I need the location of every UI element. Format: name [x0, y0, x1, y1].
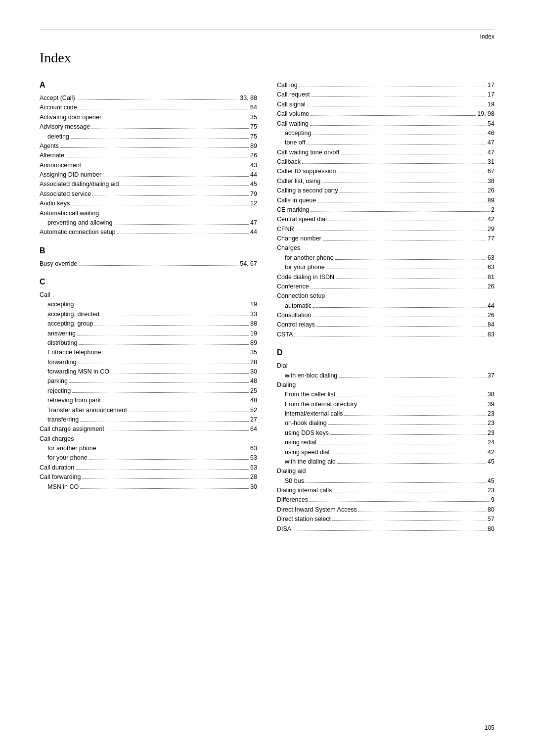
entry-page: 28 [250, 358, 257, 367]
index-entry: Charges [277, 243, 494, 253]
entry-page: 42 [488, 448, 494, 457]
index-entry: for your phone63 [40, 453, 257, 463]
entry-label: Charges [277, 243, 300, 253]
entry-page: 30 [250, 367, 257, 377]
entry-page: 45 [250, 180, 257, 189]
entry-label: Conference [277, 282, 309, 291]
index-entry: distributing89 [40, 338, 257, 348]
index-entry: Audio keys12 [40, 199, 257, 208]
index-entry: automatic44 [277, 301, 494, 311]
entry-label: Caller list, using [277, 177, 320, 186]
entry-page: 17 [488, 81, 494, 90]
entry-page: 63 [488, 253, 494, 263]
entry-label: Dialing [277, 380, 296, 390]
entry-page: 46 [488, 129, 494, 138]
index-entry: accepting, directed33 [40, 310, 257, 319]
entry-dots [341, 154, 486, 154]
entry-label: Call charge assignment [40, 425, 104, 434]
entry-dots [339, 377, 486, 378]
index-entry: accepting, group88 [40, 319, 257, 329]
entry-dots [340, 192, 486, 192]
entry-page: 23 [488, 486, 494, 495]
entry-label: Entrance telephone [40, 348, 101, 357]
entry-dots [78, 364, 249, 364]
index-entry: Call waiting54 [277, 119, 494, 129]
entry-label: Alternate [40, 151, 64, 160]
index-entry: Caller list, using38 [277, 177, 494, 186]
entry-page: 38 [488, 177, 494, 186]
entry-dots [98, 450, 249, 450]
index-entry: retrieving from park48 [40, 396, 257, 405]
page-number: 105 [485, 724, 494, 731]
index-entry: Direct station select57 [277, 515, 494, 524]
entry-label: CFNR [277, 225, 294, 234]
entry-page: 26 [488, 311, 494, 320]
entry-dots [316, 326, 486, 327]
index-entry: Calling a second party26 [277, 186, 494, 195]
index-entry: accepting19 [40, 300, 257, 309]
index-entry: for another phone63 [277, 253, 494, 263]
index-entry: Entrance telephone35 [40, 348, 257, 357]
index-entry: Callback31 [277, 157, 494, 167]
index-entry: Call request17 [277, 90, 494, 99]
entry-dots [313, 135, 487, 135]
entry-label: Direct station select [277, 515, 331, 524]
index-entry: Call volume19, 98 [277, 109, 494, 119]
entry-label: parking [40, 377, 68, 386]
index-entry: Call forwarding28 [40, 472, 257, 482]
entry-label: Call duration [40, 463, 74, 472]
entry-page: 48 [250, 396, 257, 405]
entry-page: 64 [250, 103, 257, 112]
entry-dots [337, 396, 486, 396]
entry-label: Control relays [277, 320, 315, 330]
index-entry: Call charges [40, 434, 257, 444]
entry-dots [91, 128, 249, 129]
entry-page: 17 [488, 90, 494, 99]
index-entry: Calls in queue89 [277, 196, 494, 205]
entry-label: CE marking [277, 205, 309, 215]
entry-label: Calls in queue [277, 196, 316, 205]
entry-dots [83, 167, 249, 167]
entry-dots [293, 530, 486, 531]
entry-page: 81 [488, 273, 494, 282]
entry-dots [66, 157, 249, 157]
index-entry: Change number77 [277, 234, 494, 243]
entry-dots [307, 106, 486, 106]
index-entry: CSTA83 [277, 330, 494, 339]
index-entry: Automatic call waiting [40, 209, 257, 218]
index-entry: Advisory message75 [40, 122, 257, 132]
entry-label: Activating door opener [40, 113, 101, 122]
entry-page: 12 [250, 199, 257, 208]
entry-dots [326, 269, 486, 269]
entry-label: Call log [277, 81, 298, 90]
entry-dots [111, 373, 249, 374]
entry-label: preventing and allowing [40, 218, 112, 228]
entry-dots [335, 259, 486, 260]
index-entry: Agents89 [40, 142, 257, 151]
entry-label: using redial [277, 438, 316, 447]
entry-label: accepting [277, 129, 312, 138]
entry-page: 35 [250, 113, 257, 122]
entry-dots [92, 195, 249, 196]
index-entry: tone off47 [277, 138, 494, 147]
entry-label: with the dialing aid [277, 457, 336, 467]
entry-page: 54 [488, 119, 494, 129]
entry-page: 35 [250, 348, 257, 357]
index-entry: DISA80 [277, 524, 494, 534]
entry-dots [330, 434, 486, 435]
entry-dots [117, 234, 249, 234]
entry-page: 75 [250, 122, 257, 132]
entry-page: 79 [250, 189, 257, 199]
entry-page: 77 [488, 234, 494, 243]
entry-dots [69, 382, 249, 383]
entry-page: 63 [250, 444, 257, 453]
entry-dots [129, 412, 249, 412]
entry-label: DISA [277, 524, 291, 534]
entry-dots [71, 205, 249, 205]
index-entry: S0 bus45 [277, 476, 494, 486]
entry-dots [313, 307, 486, 308]
entry-page: 52 [250, 406, 257, 415]
entry-page: 63 [488, 263, 494, 272]
entry-dots [358, 406, 486, 406]
entry-page: 29 [488, 225, 494, 234]
